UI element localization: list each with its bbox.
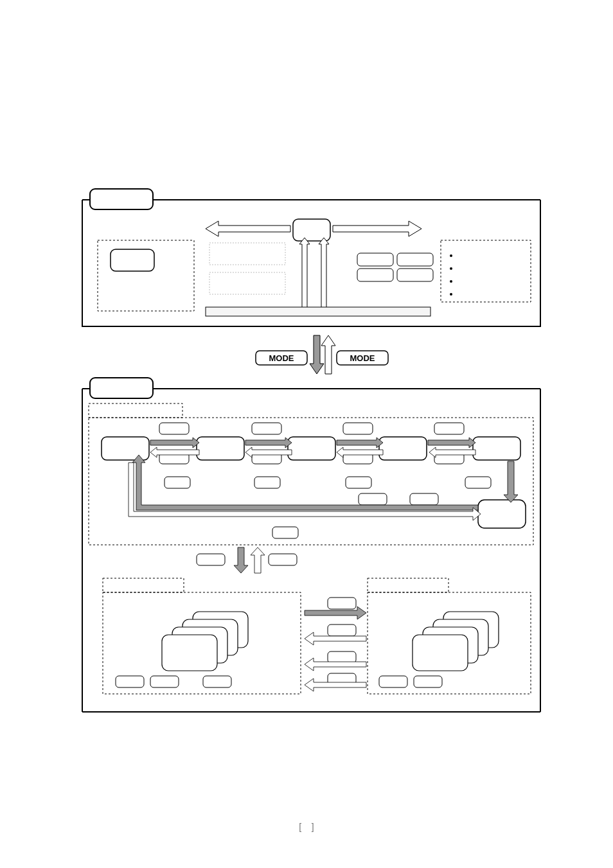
long-feedback-open [129, 463, 481, 520]
bullet-icon [450, 293, 452, 296]
center-col-btn-c [328, 651, 356, 663]
center-lone-box [272, 527, 298, 538]
down-arrow-icon [504, 461, 518, 502]
bottom-panel-tab [90, 378, 153, 398]
transition-left-box [197, 554, 225, 565]
top-up-arrow-2b [319, 238, 329, 314]
left-footer-btn-b [150, 676, 179, 687]
svg-rect-17 [413, 635, 468, 671]
top-left-inner-box [111, 249, 154, 271]
bullet-icon [450, 267, 452, 270]
row-small-1a [159, 423, 189, 434]
mid-small-2 [254, 477, 280, 488]
top-right-small-a [357, 253, 393, 266]
row-small-4a [434, 423, 464, 434]
mode-connector: MODE MODE [256, 335, 388, 374]
page-number-left-bracket: [ [299, 822, 301, 832]
right-footer-btn-b [414, 676, 442, 687]
top-arrow-right [333, 221, 422, 236]
mode-down-arrow-icon [310, 335, 324, 374]
page-number-right-bracket: ] [312, 822, 314, 832]
right-footer-btn-a [379, 676, 407, 687]
top-arrow-left [206, 221, 290, 236]
top-bottom-bar [206, 307, 431, 316]
below-small-2 [410, 493, 438, 505]
top-right-dashed-box [441, 240, 531, 302]
center-col-btn-a [328, 598, 356, 609]
mode-label-left: MODE [269, 353, 294, 363]
top-panel [82, 189, 540, 326]
top-center-box [293, 219, 330, 241]
transition-up-arrow-icon [251, 547, 265, 573]
row-node-5 [473, 437, 520, 460]
top-center-dotted-box-2 [209, 272, 285, 294]
transition-right-box [269, 554, 297, 565]
lower-right-region-tab [368, 578, 449, 592]
row-node-4 [379, 437, 427, 460]
right-branch-box [478, 500, 526, 528]
mid-small-1 [164, 477, 190, 488]
row-small-2a [252, 423, 281, 434]
lower-left-region-tab [103, 578, 184, 592]
bullet-icon [450, 280, 452, 283]
top-up-arrow-1 [299, 238, 310, 314]
right-card-stack [413, 612, 499, 671]
svg-rect-13 [162, 635, 217, 671]
mode-label-right: MODE [350, 353, 375, 363]
row-node-1 [102, 437, 149, 460]
mid-small-3 [346, 477, 371, 488]
bottom-panel [82, 378, 540, 712]
top-center-dotted-box-1 [209, 243, 285, 265]
top-right-small-c [357, 269, 393, 281]
top-right-small-b [397, 253, 433, 266]
left-footer-btn-c [203, 676, 231, 687]
mode-up-arrow-icon [321, 335, 335, 374]
top-up-arrow-2 [332, 260, 347, 314]
center-col-btn-b [328, 624, 356, 636]
below-small-1 [359, 493, 387, 505]
top-right-small-d [397, 269, 433, 281]
mid-small-4 [465, 477, 491, 488]
row-small-3a [343, 423, 373, 434]
left-card-stack [162, 612, 248, 671]
bullet-icon [450, 254, 452, 257]
upper-region-tab [89, 403, 182, 418]
transition-down-arrow-icon [234, 547, 248, 573]
left-footer-btn-a [116, 676, 144, 687]
page-number: [ ] [0, 822, 613, 832]
top-panel-tab [90, 189, 153, 209]
row-node-3 [288, 437, 335, 460]
row-node-2 [197, 437, 244, 460]
